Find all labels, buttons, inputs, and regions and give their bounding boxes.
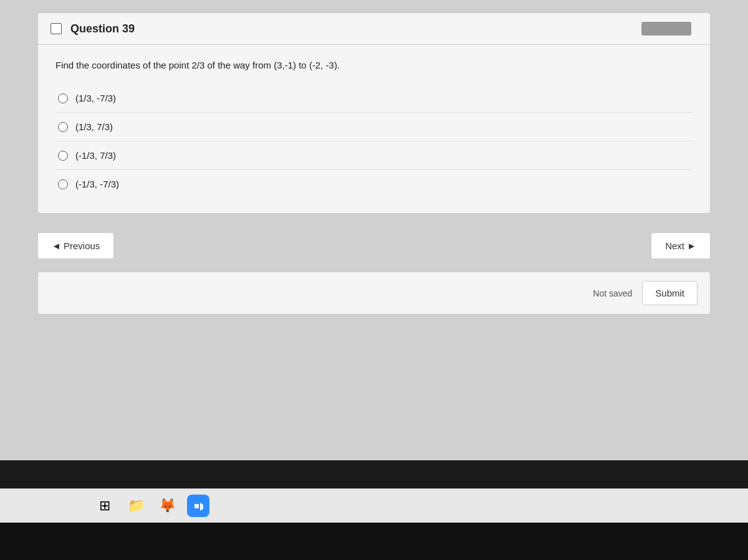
blurred-element	[641, 22, 691, 36]
bottom-status-bar: Not saved Submit	[37, 272, 711, 315]
radio-c[interactable]	[58, 151, 68, 161]
next-button[interactable]: Next ►	[651, 232, 711, 259]
submit-button[interactable]: Submit	[642, 281, 698, 305]
navigation-bar: ◄ Previous Next ►	[37, 226, 711, 265]
answer-options: (1/3, -7/3)(1/3, 7/3)(-1/3, 7/3)(-1/3, -…	[55, 84, 693, 198]
save-status: Not saved	[593, 288, 632, 298]
firefox-icon[interactable]: 🦊	[156, 495, 178, 517]
question-text: Find the coordinates of the point 2/3 of…	[55, 60, 693, 70]
answer-label-d: (-1/3, -7/3)	[75, 179, 119, 189]
grid-icon[interactable]: ⊞	[94, 495, 116, 517]
answer-label-c: (-1/3, 7/3)	[75, 150, 116, 161]
radio-b[interactable]	[58, 122, 68, 132]
answer-label-a: (1/3, -7/3)	[75, 93, 116, 103]
bottom-bar-dark	[0, 523, 748, 560]
answer-option-b[interactable]: (1/3, 7/3)	[55, 113, 693, 141]
question-body: Find the coordinates of the point 2/3 of…	[38, 45, 710, 213]
radio-a[interactable]	[58, 93, 68, 103]
question-checkbox[interactable]	[50, 23, 62, 34]
taskbar: ⊞ 📁 🦊	[0, 488, 748, 523]
previous-button[interactable]: ◄ Previous	[37, 232, 114, 259]
radio-d[interactable]	[58, 179, 68, 189]
question-card: Question 39 Find the coordinates of the …	[37, 12, 711, 214]
answer-option-c[interactable]: (-1/3, 7/3)	[55, 141, 693, 170]
answer-label-b: (1/3, 7/3)	[75, 121, 113, 132]
question-title: Question 39	[70, 22, 633, 36]
question-header: Question 39	[38, 13, 710, 45]
answer-option-d[interactable]: (-1/3, -7/3)	[55, 170, 693, 198]
zoom-icon[interactable]	[187, 495, 209, 517]
svg-rect-1	[194, 504, 199, 508]
file-manager-icon[interactable]: 📁	[125, 495, 147, 517]
answer-option-a[interactable]: (1/3, -7/3)	[55, 84, 693, 113]
